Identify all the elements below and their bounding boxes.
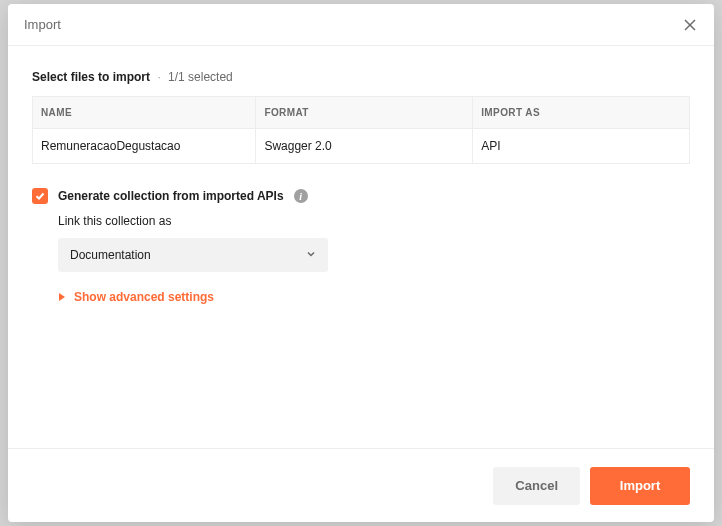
th-format: FORMAT xyxy=(256,97,473,129)
th-import-as: IMPORT AS xyxy=(473,97,690,129)
generate-collection-row: Generate collection from imported APIs i xyxy=(32,188,690,204)
triangle-right-icon xyxy=(58,290,66,304)
table-row[interactable]: RemuneracaoDegustacao Swagger 2.0 API xyxy=(33,129,690,164)
cell-name: RemuneracaoDegustacao xyxy=(33,129,256,164)
cell-format: Swagger 2.0 xyxy=(256,129,473,164)
generate-collection-label: Generate collection from imported APIs xyxy=(58,189,284,203)
table-header-row: NAME FORMAT IMPORT AS xyxy=(33,97,690,129)
th-name: NAME xyxy=(33,97,256,129)
subtitle-row: Select files to import · 1/1 selected xyxy=(32,70,690,84)
modal-footer: Cancel Import xyxy=(8,448,714,522)
svg-marker-2 xyxy=(59,293,65,301)
link-collection-value: Documentation xyxy=(70,248,151,262)
import-modal: Import Select files to import · 1/1 sele… xyxy=(8,4,714,522)
generate-collection-checkbox[interactable] xyxy=(32,188,48,204)
subtitle-count: 1/1 selected xyxy=(168,70,233,84)
modal-title: Import xyxy=(24,17,61,32)
close-icon[interactable] xyxy=(682,17,698,33)
link-collection-label: Link this collection as xyxy=(58,214,690,228)
import-button[interactable]: Import xyxy=(590,467,690,505)
link-collection-select[interactable]: Documentation xyxy=(58,238,328,272)
modal-header: Import xyxy=(8,4,714,46)
files-table: NAME FORMAT IMPORT AS RemuneracaoDegusta… xyxy=(32,96,690,164)
subtitle-separator: · xyxy=(157,70,160,84)
subtitle-label: Select files to import xyxy=(32,70,150,84)
info-icon[interactable]: i xyxy=(294,189,308,203)
link-collection-section: Link this collection as Documentation Sh… xyxy=(58,214,690,304)
show-advanced-toggle[interactable]: Show advanced settings xyxy=(58,290,690,304)
advanced-toggle-label: Show advanced settings xyxy=(74,290,214,304)
modal-body: Select files to import · 1/1 selected NA… xyxy=(8,46,714,448)
cell-import-as: API xyxy=(473,129,690,164)
cancel-button[interactable]: Cancel xyxy=(493,467,580,505)
chevron-down-icon xyxy=(306,248,316,262)
